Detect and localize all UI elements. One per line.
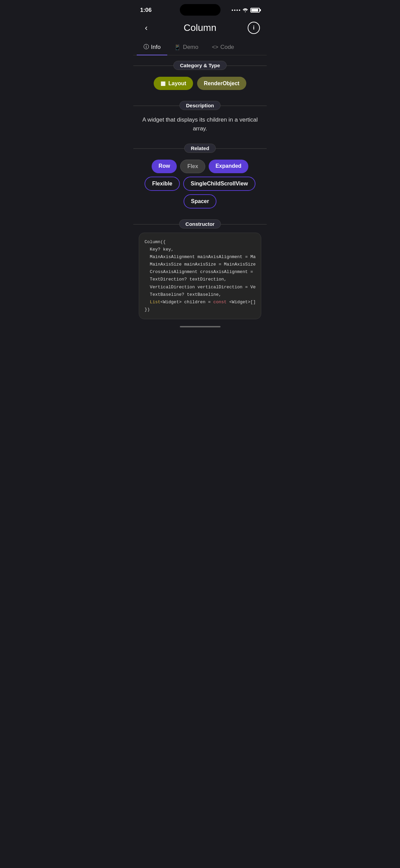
related-label: Related (184, 144, 215, 153)
category-type-label: Category & Type (173, 61, 226, 70)
signal-icon (232, 10, 240, 11)
code-const-keyword: const (213, 300, 227, 305)
battery-icon (250, 8, 260, 13)
tag-render[interactable]: RenderObject (197, 77, 246, 90)
tab-bar: ⓘ Info 📱 Demo <> Code (133, 39, 267, 55)
info-tab-icon: ⓘ (144, 43, 149, 51)
chip-flexible[interactable]: Flexible (145, 177, 180, 191)
tab-info[interactable]: ⓘ Info (137, 39, 167, 55)
constructor-label: Constructor (179, 219, 221, 229)
code-block: Column({ Key? key, MainAxisAlignment mai… (139, 233, 261, 319)
chip-singlechildscrollview[interactable]: SingleChildScrollView (183, 177, 255, 191)
page-title: Column (184, 22, 216, 33)
related-chips: Row Flex Expanded Flexible SingleChildSc… (133, 157, 267, 214)
tab-demo-label: Demo (183, 44, 198, 51)
layout-label: Layout (168, 80, 186, 87)
nav-bar: ‹ Column i (133, 18, 267, 39)
code-tab-icon: <> (212, 44, 218, 50)
code-list-keyword: List (150, 300, 160, 305)
scroll-indicator (180, 326, 221, 327)
description-label: Description (179, 101, 221, 110)
back-button[interactable]: ‹ (140, 22, 152, 34)
status-right (232, 8, 260, 13)
info-icon: i (253, 25, 254, 31)
chip-flex[interactable]: Flex (180, 160, 205, 173)
status-time: 1:06 (140, 7, 152, 14)
wifi-icon (242, 8, 248, 13)
code-content: Column({ Key? key, MainAxisAlignment mai… (145, 238, 255, 313)
tab-info-label: Info (151, 44, 160, 51)
category-type-header: Category & Type (133, 61, 267, 70)
description-header: Description (133, 101, 267, 110)
info-button[interactable]: i (248, 22, 260, 34)
dynamic-island (180, 4, 221, 16)
description-text: A widget that displays its children in a… (133, 114, 267, 138)
layout-icon: ▦ (160, 80, 166, 87)
tag-layout[interactable]: ▦ Layout (154, 77, 193, 90)
tab-code[interactable]: <> Code (205, 40, 241, 55)
chip-spacer[interactable]: Spacer (184, 194, 216, 209)
tab-demo[interactable]: 📱 Demo (167, 40, 205, 55)
tab-code-label: Code (220, 44, 234, 51)
category-tags: ▦ Layout RenderObject (133, 74, 267, 95)
chip-expanded[interactable]: Expanded (209, 160, 248, 173)
render-label: RenderObject (204, 80, 240, 87)
demo-tab-icon: 📱 (174, 44, 181, 51)
status-bar: 1:06 (133, 0, 267, 18)
constructor-header: Constructor (133, 219, 267, 229)
chip-row[interactable]: Row (152, 160, 177, 173)
related-header: Related (133, 144, 267, 153)
